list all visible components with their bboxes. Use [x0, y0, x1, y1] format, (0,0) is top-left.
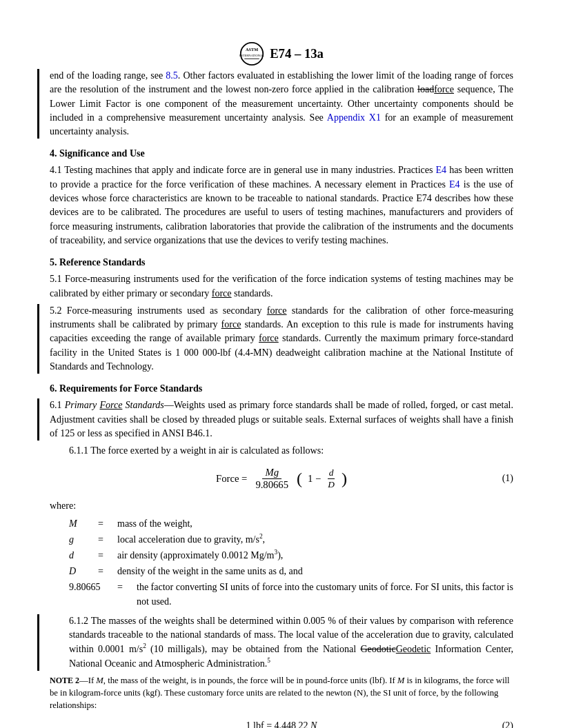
where-row-d: d = air density (approximately 0.0012 Mg… [69, 548, 513, 563]
eq1-d-over-D: d D [326, 467, 336, 490]
var-9806: 9.80665 [69, 580, 117, 609]
ul-force-52a: force [267, 305, 287, 316]
underline-force-51: force [212, 288, 232, 299]
sec6-1-2-container: 6.1.2 The masses of the weights shall be… [50, 614, 513, 671]
strikethrough-geodetic: Geodotic [360, 644, 395, 654]
svg-text:ASTM: ASTM [246, 47, 258, 52]
eq-D: = [98, 564, 117, 578]
sec6-1-1-para: 6.1.1 The force exerted by a weight in a… [69, 444, 513, 458]
ul-force-52b: force [221, 319, 241, 330]
astm-logo-icon: ASTM INTERNATIONAL [239, 41, 264, 66]
eq1-paren-close: ) [342, 469, 347, 488]
strikethrough-load: load [417, 84, 434, 94]
change-bar-52 [37, 304, 39, 374]
change-bar-612 [37, 614, 39, 671]
desc-9806: the factor converting SI units of force … [137, 580, 513, 609]
ref-85[interactable]: 8.5 [166, 70, 178, 81]
eq1-fraction: Mg 9.80665 [253, 467, 291, 491]
document-header: ASTM INTERNATIONAL E74 – 13a [50, 41, 513, 66]
where-row-D: D = density of the weight in the same un… [69, 564, 513, 578]
desc-g: local acceleration due to gravity, m/s2, [117, 532, 513, 547]
where-row-M: M = mass of the weight, [69, 516, 513, 531]
note2-text: —If M, the mass of the weight, is in pou… [50, 676, 510, 709]
sec6-1-para: 6.1 Primary Force Standards—Weights used… [50, 398, 513, 441]
underline-force: force [434, 84, 454, 94]
eq2-number: (2) [502, 720, 513, 728]
eq2-content: 1 lbf = 4.448 22 N [246, 720, 317, 728]
footnote-ref-5: 5 [267, 657, 270, 664]
ref-appendix-x1[interactable]: Appendix X1 [327, 112, 381, 123]
where-row-g: g = local acceleration due to gravity, m… [69, 532, 513, 547]
eq1-denominator: 9.80665 [253, 479, 291, 491]
var-D: D [69, 564, 98, 578]
where-row-9806: 9.80665 = the factor converting SI units… [69, 580, 513, 609]
sec6-1-title: Primary Force Standards [65, 400, 164, 410]
eq1-number: (1) [502, 473, 513, 484]
where-label: where: [50, 499, 513, 513]
svg-text:INTERNATIONAL: INTERNATIONAL [239, 54, 264, 57]
equation-1-block: Force = Mg 9.80665 ( 1 − d D ) (1) [50, 467, 513, 491]
ul-geodetic: Geodetic [396, 644, 431, 654]
var-d: d [69, 548, 98, 563]
sec5-heading: 5. Reference Standards [50, 257, 513, 268]
where-block: M = mass of the weight, g = local accele… [69, 516, 513, 609]
eq1-paren-open: ( [297, 469, 302, 488]
eq-d: = [98, 548, 117, 563]
ul-force-52c: force [259, 333, 279, 343]
intro-section: end of the loading range, see 8.5. Other… [50, 69, 513, 139]
page: ASTM INTERNATIONAL E74 – 13a end of the … [0, 0, 563, 728]
intro-para: end of the loading range, see 8.5. Other… [50, 69, 513, 139]
sec5-para1: 5.1 Force-measuring instruments used for… [50, 272, 513, 301]
sec6-1-2-para: 6.1.2 The masses of the weights shall be… [69, 614, 513, 671]
eq1-one: 1 − [308, 473, 321, 485]
change-bar-61 [37, 398, 39, 441]
ref-e4-1[interactable]: E4 [436, 165, 447, 175]
sec6-1-container: 6.1 Primary Force Standards—Weights used… [50, 398, 513, 441]
desc-M: mass of the weight, [117, 516, 513, 531]
change-bar-intro [37, 69, 39, 139]
equation-1-content: Force = Mg 9.80665 ( 1 − d D ) [216, 467, 347, 491]
eq1-force-label: Force = [216, 473, 247, 485]
sec6-heading: 6. Requirements for Force Standards [50, 383, 513, 394]
sec5-para2: 5.2 Force-measuring instruments used as … [50, 304, 513, 374]
eq1-d: d [328, 467, 335, 479]
sec5-para2-container: 5.2 Force-measuring instruments used as … [50, 304, 513, 374]
var-M: M [69, 516, 98, 531]
ul-force-61: Force [99, 400, 122, 410]
note2-label: NOTE 2 [50, 676, 79, 685]
var-g: g [69, 532, 98, 547]
desc-D: density of the weight in the same units … [117, 564, 513, 578]
eq-M: = [98, 516, 117, 531]
ref-e4-2[interactable]: E4 [449, 179, 460, 190]
sec4-heading: 4. Significance and Use [50, 148, 513, 159]
note2-block: NOTE 2—If M, the mass of the weight, is … [50, 675, 513, 711]
eq1-numerator: Mg [262, 467, 282, 479]
equation-2-block: 1 lbf = 4.448 22 N (2) [50, 720, 513, 728]
desc-d: air density (approximately 0.0012 Mg/m3)… [117, 548, 513, 563]
document-title: E74 – 13a [270, 46, 324, 61]
sec4-para1: 4.1 Testing machines that apply and indi… [50, 163, 513, 247]
eq1-D: D [326, 479, 336, 490]
eq-9806: = [117, 580, 137, 609]
eq-g: = [98, 532, 117, 547]
